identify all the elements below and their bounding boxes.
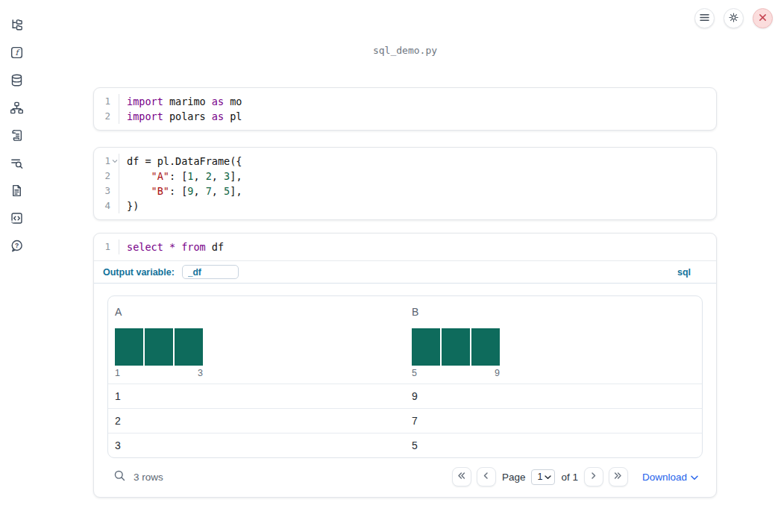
- sidebar-item-dependency-graph[interactable]: [9, 100, 24, 115]
- column-header-b[interactable]: B59: [405, 296, 702, 384]
- sidebar-item-files[interactable]: [9, 17, 24, 32]
- line-number-gutter: 2: [94, 169, 119, 184]
- table-footer: 3 rows Page 1 of 1: [107, 466, 703, 488]
- chevron-right-icon: [589, 471, 598, 483]
- code-line: 2 "A": [1, 2, 3],: [94, 169, 716, 184]
- histogram-bar: [145, 328, 173, 366]
- line-number-gutter: 1: [94, 94, 119, 109]
- histogram-bar: [115, 328, 143, 366]
- table-cell: 5: [405, 439, 702, 451]
- functions-icon: f: [10, 46, 24, 60]
- help-bubble-icon: ?: [10, 239, 24, 253]
- shutdown-button[interactable]: [753, 8, 773, 28]
- chevron-left-icon: [481, 471, 491, 483]
- histogram-axis: 59: [412, 368, 500, 379]
- cell-output: A13B59 192735 3 rows Page 1: [94, 283, 716, 497]
- document-icon: [10, 184, 24, 198]
- dataframe-table: A13B59 192735: [107, 295, 703, 458]
- page-of-label: of 1: [561, 472, 578, 483]
- database-icon: [10, 73, 24, 87]
- code-line: 1df = pl.DataFrame({: [94, 154, 716, 169]
- table-cell: 1: [108, 390, 405, 402]
- line-number-gutter: 4: [94, 198, 119, 213]
- page-label: Page: [502, 472, 526, 483]
- column-name: B: [412, 306, 695, 318]
- language-badge: sql: [677, 267, 691, 278]
- chevrons-right-icon: [613, 471, 623, 483]
- download-label: Download: [642, 472, 687, 483]
- line-number-gutter: 1: [94, 240, 119, 254]
- page-select-value: 1: [537, 472, 542, 482]
- first-page-button[interactable]: [452, 467, 471, 486]
- notebook: sql_demo.py 1import marimo as mo2import …: [93, 0, 717, 498]
- sidebar-item-snippets[interactable]: [9, 210, 24, 225]
- histogram-bar: [442, 328, 470, 366]
- chevron-down-icon: [691, 472, 698, 483]
- download-button[interactable]: Download: [642, 472, 698, 483]
- table-row[interactable]: 19: [108, 384, 702, 408]
- code-content: import polars as pl: [119, 109, 242, 124]
- code-content: "A": [1, 2, 3],: [119, 169, 242, 184]
- code-line: 1import marimo as mo: [94, 94, 716, 109]
- code-content: }): [119, 198, 139, 213]
- line-number-gutter: 3: [94, 184, 119, 198]
- sidebar-item-documentation[interactable]: [9, 183, 24, 198]
- page-number-select[interactable]: 1: [531, 469, 555, 485]
- settings-button[interactable]: [724, 8, 744, 28]
- histogram-bar: [412, 328, 440, 366]
- code-line: 3 "B": [9, 7, 5],: [94, 184, 716, 198]
- code-snippet-icon: [10, 211, 24, 225]
- line-number-gutter: 2: [94, 109, 119, 124]
- last-page-button[interactable]: [609, 467, 628, 486]
- gear-icon: [728, 12, 739, 25]
- chevrons-left-icon: [457, 471, 466, 483]
- prev-page-button[interactable]: [477, 467, 496, 486]
- sidebar-item-variables[interactable]: f: [9, 45, 24, 60]
- list-search-icon: [10, 156, 24, 170]
- cell-editor[interactable]: 1select * from df: [94, 234, 716, 260]
- row-count: 3 rows: [134, 472, 163, 483]
- sidebar-item-help[interactable]: ?: [9, 238, 24, 253]
- sidebar-item-datasources[interactable]: [9, 72, 24, 87]
- table-cell: 7: [405, 415, 702, 427]
- next-page-button[interactable]: [584, 467, 603, 486]
- svg-text:f: f: [15, 48, 20, 57]
- code-content: import marimo as mo: [119, 94, 242, 109]
- table-search-button[interactable]: [113, 469, 126, 484]
- table-cell: 9: [405, 390, 702, 402]
- histogram-axis: 13: [115, 368, 203, 379]
- histogram-bar: [175, 328, 203, 366]
- code-content: "B": [9, 7, 5],: [119, 184, 242, 198]
- search-icon: [113, 469, 126, 484]
- sidebar-item-outline-search[interactable]: [9, 155, 24, 170]
- scroll-icon: [10, 128, 24, 143]
- column-histogram: 13: [115, 328, 203, 379]
- output-variable-input[interactable]: [182, 265, 239, 279]
- table-cell: 2: [108, 415, 405, 427]
- cell-editor[interactable]: 1import marimo as mo2import polars as pl: [94, 88, 716, 130]
- column-histogram: 59: [412, 328, 500, 379]
- pagination: Page 1 of 1 Download: [452, 467, 698, 486]
- sql-options-row: Output variable: sql: [94, 261, 716, 283]
- histogram-bar: [471, 328, 500, 366]
- code-cell-dataframe[interactable]: 1df = pl.DataFrame({2 "A": [1, 2, 3],3 "…: [93, 147, 717, 220]
- output-variable-label: Output variable:: [103, 267, 175, 278]
- table-row[interactable]: 35: [108, 433, 702, 457]
- column-header-a[interactable]: A13: [108, 296, 405, 384]
- dependency-graph-icon: [10, 101, 24, 115]
- code-cell-imports[interactable]: 1import marimo as mo2import polars as pl: [93, 87, 717, 131]
- sidebar: f ?: [0, 0, 33, 253]
- code-line: 4}): [94, 198, 716, 213]
- code-line: 2import polars as pl: [94, 109, 716, 124]
- cell-editor[interactable]: 1df = pl.DataFrame({2 "A": [1, 2, 3],3 "…: [94, 148, 716, 219]
- code-content: df = pl.DataFrame({: [119, 154, 242, 169]
- table-body: 192735: [108, 384, 702, 457]
- code-content: select * from df: [119, 240, 224, 254]
- table-header: A13B59: [108, 296, 702, 384]
- table-row[interactable]: 27: [108, 408, 702, 433]
- code-line: 1select * from df: [94, 240, 716, 254]
- close-icon: [759, 13, 767, 24]
- chevron-down-icon: [545, 472, 551, 482]
- sidebar-item-logs[interactable]: [9, 128, 24, 143]
- fold-chevron-icon[interactable]: [110, 159, 119, 163]
